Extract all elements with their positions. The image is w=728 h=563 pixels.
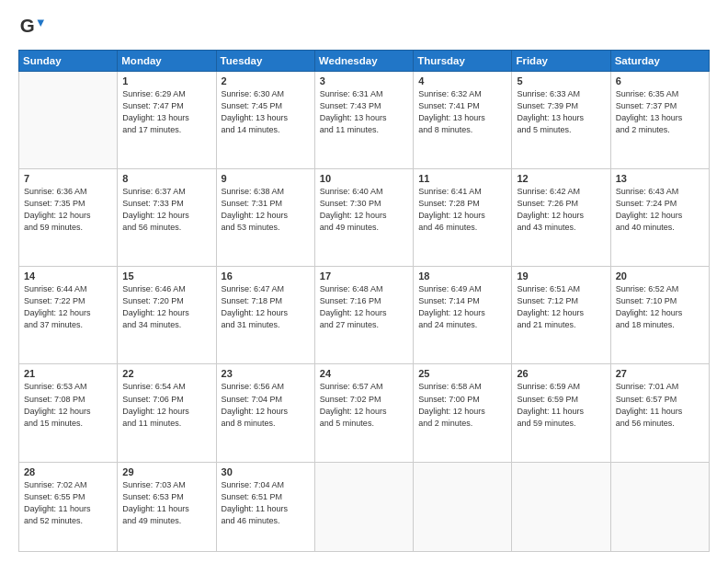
calendar-cell: 12Sunrise: 6:42 AM Sunset: 7:26 PM Dayli…: [512, 169, 610, 267]
cell-content: Sunrise: 6:56 AM Sunset: 7:04 PM Dayligh…: [222, 381, 310, 429]
day-number: 24: [320, 368, 408, 379]
col-header-saturday: Saturday: [610, 51, 709, 72]
calendar-cell: 19Sunrise: 6:51 AM Sunset: 7:12 PM Dayli…: [512, 267, 610, 364]
calendar-cell: 22Sunrise: 6:54 AM Sunset: 7:06 PM Dayli…: [118, 364, 216, 462]
calendar-cell: [414, 462, 512, 551]
day-number: 25: [418, 368, 506, 379]
day-number: 18: [418, 270, 506, 282]
cell-content: Sunrise: 7:04 AM Sunset: 6:51 PM Dayligh…: [222, 479, 310, 527]
col-header-thursday: Thursday: [414, 51, 512, 72]
calendar-cell: 15Sunrise: 6:46 AM Sunset: 7:20 PM Dayli…: [118, 267, 216, 364]
day-number: 10: [320, 173, 408, 184]
day-number: 30: [222, 466, 310, 477]
cell-content: Sunrise: 6:54 AM Sunset: 7:06 PM Dayligh…: [122, 381, 210, 429]
cell-content: Sunrise: 7:02 AM Sunset: 6:55 PM Dayligh…: [24, 479, 112, 527]
cell-content: Sunrise: 6:31 AM Sunset: 7:43 PM Dayligh…: [320, 88, 408, 136]
calendar-cell: 23Sunrise: 6:56 AM Sunset: 7:04 PM Dayli…: [216, 364, 314, 462]
cell-content: Sunrise: 6:32 AM Sunset: 7:41 PM Dayligh…: [418, 88, 506, 136]
day-number: 4: [418, 75, 506, 86]
calendar-cell: 5Sunrise: 6:33 AM Sunset: 7:39 PM Daylig…: [512, 72, 610, 169]
calendar-cell: 30Sunrise: 7:04 AM Sunset: 6:51 PM Dayli…: [216, 462, 314, 551]
cell-content: Sunrise: 6:44 AM Sunset: 7:22 PM Dayligh…: [24, 283, 112, 331]
day-number: 14: [24, 270, 112, 282]
cell-content: Sunrise: 6:40 AM Sunset: 7:30 PM Dayligh…: [320, 186, 408, 234]
col-header-friday: Friday: [512, 51, 610, 72]
day-number: 9: [222, 173, 310, 184]
calendar-week-2: 7Sunrise: 6:36 AM Sunset: 7:35 PM Daylig…: [19, 169, 710, 267]
calendar-header-row: SundayMondayTuesdayWednesdayThursdayFrid…: [19, 51, 710, 72]
page: G SundayMondayTuesdayWednesdayThursdayFr…: [0, 0, 728, 563]
calendar-week-4: 21Sunrise: 6:53 AM Sunset: 7:08 PM Dayli…: [19, 364, 710, 462]
day-number: 20: [616, 270, 704, 282]
cell-content: Sunrise: 6:35 AM Sunset: 7:37 PM Dayligh…: [616, 88, 704, 136]
cell-content: Sunrise: 7:03 AM Sunset: 6:53 PM Dayligh…: [122, 479, 210, 527]
cell-content: Sunrise: 6:29 AM Sunset: 7:47 PM Dayligh…: [122, 88, 210, 136]
calendar-cell: 7Sunrise: 6:36 AM Sunset: 7:35 PM Daylig…: [19, 169, 118, 267]
calendar-cell: 29Sunrise: 7:03 AM Sunset: 6:53 PM Dayli…: [118, 462, 216, 551]
cell-content: Sunrise: 6:51 AM Sunset: 7:12 PM Dayligh…: [517, 283, 605, 331]
svg-text:G: G: [20, 15, 35, 36]
col-header-monday: Monday: [118, 51, 216, 72]
cell-content: Sunrise: 6:43 AM Sunset: 7:24 PM Dayligh…: [616, 186, 704, 234]
calendar-cell: 8Sunrise: 6:37 AM Sunset: 7:33 PM Daylig…: [118, 169, 216, 267]
calendar-cell: 26Sunrise: 6:59 AM Sunset: 6:59 PM Dayli…: [512, 364, 610, 462]
day-number: 29: [122, 466, 210, 477]
cell-content: Sunrise: 6:36 AM Sunset: 7:35 PM Dayligh…: [24, 186, 112, 234]
day-number: 7: [24, 173, 112, 184]
logo: G: [18, 15, 48, 40]
header: G: [18, 15, 710, 40]
calendar-cell: 3Sunrise: 6:31 AM Sunset: 7:43 PM Daylig…: [314, 72, 413, 169]
day-number: 21: [24, 368, 112, 379]
cell-content: Sunrise: 6:52 AM Sunset: 7:10 PM Dayligh…: [616, 283, 704, 331]
calendar-week-5: 28Sunrise: 7:02 AM Sunset: 6:55 PM Dayli…: [19, 462, 710, 551]
cell-content: Sunrise: 6:42 AM Sunset: 7:26 PM Dayligh…: [517, 186, 605, 234]
cell-content: Sunrise: 6:46 AM Sunset: 7:20 PM Dayligh…: [122, 283, 210, 331]
cell-content: Sunrise: 6:48 AM Sunset: 7:16 PM Dayligh…: [320, 283, 408, 331]
calendar-week-1: 1Sunrise: 6:29 AM Sunset: 7:47 PM Daylig…: [19, 72, 710, 169]
day-number: 27: [616, 368, 704, 379]
calendar-cell: 27Sunrise: 7:01 AM Sunset: 6:57 PM Dayli…: [610, 364, 709, 462]
day-number: 22: [122, 368, 210, 379]
calendar-cell: 16Sunrise: 6:47 AM Sunset: 7:18 PM Dayli…: [216, 267, 314, 364]
calendar-cell: 25Sunrise: 6:58 AM Sunset: 7:00 PM Dayli…: [414, 364, 512, 462]
calendar-cell: 6Sunrise: 6:35 AM Sunset: 7:37 PM Daylig…: [610, 72, 709, 169]
day-number: 15: [122, 270, 210, 282]
calendar-cell: 24Sunrise: 6:57 AM Sunset: 7:02 PM Dayli…: [314, 364, 413, 462]
cell-content: Sunrise: 6:38 AM Sunset: 7:31 PM Dayligh…: [222, 186, 310, 234]
cell-content: Sunrise: 6:53 AM Sunset: 7:08 PM Dayligh…: [24, 381, 112, 429]
col-header-sunday: Sunday: [19, 51, 118, 72]
calendar-cell: [512, 462, 610, 551]
calendar-week-3: 14Sunrise: 6:44 AM Sunset: 7:22 PM Dayli…: [19, 267, 710, 364]
col-header-wednesday: Wednesday: [314, 51, 413, 72]
calendar-cell: 11Sunrise: 6:41 AM Sunset: 7:28 PM Dayli…: [414, 169, 512, 267]
day-number: 16: [222, 270, 310, 282]
day-number: 8: [122, 173, 210, 184]
day-number: 26: [517, 368, 605, 379]
logo-icon: G: [18, 15, 44, 40]
cell-content: Sunrise: 6:59 AM Sunset: 6:59 PM Dayligh…: [517, 381, 605, 429]
calendar-cell: 21Sunrise: 6:53 AM Sunset: 7:08 PM Dayli…: [19, 364, 118, 462]
day-number: 28: [24, 466, 112, 477]
calendar-cell: 4Sunrise: 6:32 AM Sunset: 7:41 PM Daylig…: [414, 72, 512, 169]
cell-content: Sunrise: 6:49 AM Sunset: 7:14 PM Dayligh…: [418, 283, 506, 331]
col-header-tuesday: Tuesday: [216, 51, 314, 72]
calendar-cell: 18Sunrise: 6:49 AM Sunset: 7:14 PM Dayli…: [414, 267, 512, 364]
calendar-cell: 14Sunrise: 6:44 AM Sunset: 7:22 PM Dayli…: [19, 267, 118, 364]
cell-content: Sunrise: 6:30 AM Sunset: 7:45 PM Dayligh…: [222, 88, 310, 136]
calendar-table: SundayMondayTuesdayWednesdayThursdayFrid…: [18, 50, 710, 552]
calendar-cell: 1Sunrise: 6:29 AM Sunset: 7:47 PM Daylig…: [118, 72, 216, 169]
day-number: 17: [320, 270, 408, 282]
calendar-cell: [19, 72, 118, 169]
cell-content: Sunrise: 6:47 AM Sunset: 7:18 PM Dayligh…: [222, 283, 310, 331]
cell-content: Sunrise: 7:01 AM Sunset: 6:57 PM Dayligh…: [616, 381, 704, 429]
day-number: 5: [517, 75, 605, 86]
day-number: 23: [222, 368, 310, 379]
cell-content: Sunrise: 6:58 AM Sunset: 7:00 PM Dayligh…: [418, 381, 506, 429]
day-number: 6: [616, 75, 704, 86]
calendar-cell: [610, 462, 709, 551]
calendar-cell: 28Sunrise: 7:02 AM Sunset: 6:55 PM Dayli…: [19, 462, 118, 551]
day-number: 2: [222, 75, 310, 86]
cell-content: Sunrise: 6:41 AM Sunset: 7:28 PM Dayligh…: [418, 186, 506, 234]
svg-marker-1: [38, 20, 44, 27]
cell-content: Sunrise: 6:37 AM Sunset: 7:33 PM Dayligh…: [122, 186, 210, 234]
